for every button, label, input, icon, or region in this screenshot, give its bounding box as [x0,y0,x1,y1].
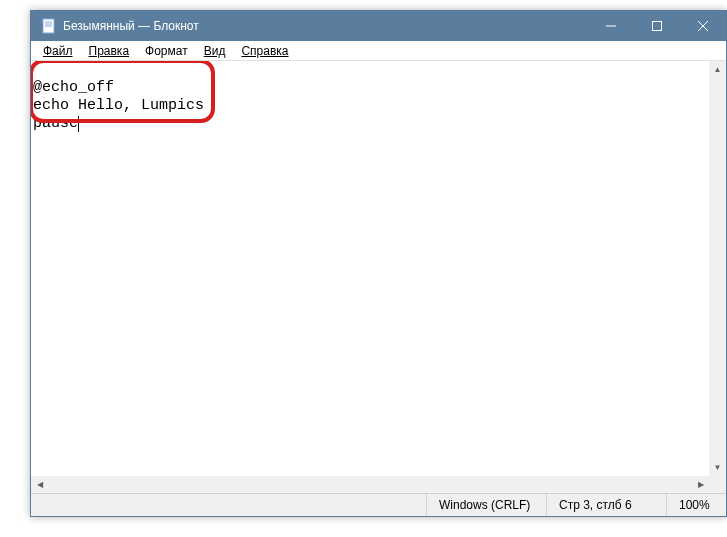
close-button[interactable] [680,11,726,41]
status-encoding: Windows (CRLF) [426,494,546,516]
notepad-window: Безымянный — Блокнот Файл Правка Формат … [30,10,727,517]
maximize-button[interactable] [634,11,680,41]
menu-view[interactable]: Вид [196,43,234,59]
scroll-corner [709,476,726,493]
text-editor[interactable]: @echo_off echo Hello, Lumpics pause [31,61,709,476]
editor-line: @echo_off [33,79,114,96]
status-zoom: 100% [666,494,726,516]
menu-file[interactable]: Файл [35,43,81,59]
horizontal-scrollbar[interactable]: ◀ ▶ [31,476,709,493]
titlebar[interactable]: Безымянный — Блокнот [31,11,726,41]
menubar: Файл Правка Формат Вид Справка [31,41,726,61]
text-caret [78,116,79,132]
app-icon [41,18,57,34]
scroll-left-button[interactable]: ◀ [31,476,48,493]
statusbar: Windows (CRLF) Стр 3, стлб 6 100% [31,493,726,516]
menu-help[interactable]: Справка [233,43,296,59]
minimize-button[interactable] [588,11,634,41]
editor-line: echo Hello, Lumpics [33,97,204,114]
window-title: Безымянный — Блокнот [63,19,199,33]
editor-line: pause [33,115,78,132]
scroll-up-button[interactable]: ▲ [709,61,726,78]
vertical-scrollbar[interactable]: ▲ ▼ [709,61,726,476]
window-controls [588,11,726,41]
scroll-down-button[interactable]: ▼ [709,459,726,476]
scroll-track-horizontal[interactable] [48,476,692,493]
scroll-track-vertical[interactable] [709,78,726,459]
menu-format[interactable]: Формат [137,43,196,59]
status-position: Стр 3, стлб 6 [546,494,666,516]
menu-edit[interactable]: Правка [81,43,138,59]
scroll-right-button[interactable]: ▶ [692,476,709,493]
editor-area: @echo_off echo Hello, Lumpics pause ▲ ▼ … [31,61,726,493]
svg-rect-5 [653,22,662,31]
